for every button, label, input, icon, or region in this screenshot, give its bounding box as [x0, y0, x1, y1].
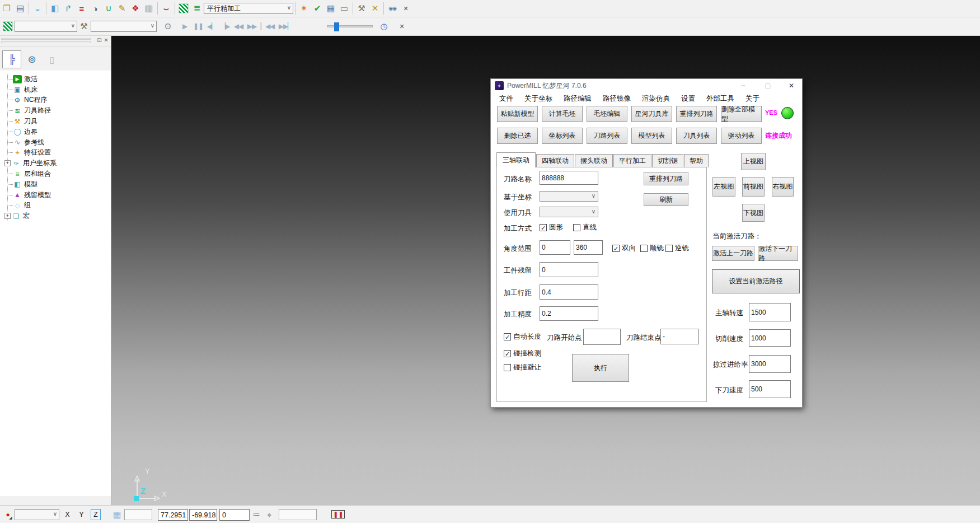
workplane-field[interactable]	[279, 509, 317, 520]
tab-explorer-recycle[interactable]: ▯	[43, 50, 62, 68]
tool-holder-icon[interactable]: ▥	[142, 2, 156, 15]
tree-item-toolpaths[interactable]: ≋刀具路径	[8, 105, 111, 116]
path-end-input[interactable]: -	[660, 329, 699, 344]
tab-tilt-head[interactable]: 摆头联动	[575, 154, 613, 167]
close-button[interactable]: ✕	[783, 79, 800, 92]
toolpath-list-button[interactable]: 刀路列表	[587, 128, 627, 144]
tab-explorer-world[interactable]: ⊚	[22, 50, 41, 68]
start-point-icon[interactable]: ◑	[88, 2, 102, 15]
activate-prev-button[interactable]: 激活上一刀路	[712, 246, 754, 261]
calc-block-button[interactable]: 计算毛坯	[542, 106, 583, 122]
simulation-tool-dropdown[interactable]: ∨	[91, 21, 157, 32]
tools-pair-icon[interactable]: ⚒	[355, 2, 368, 15]
menu-settings[interactable]: 设置	[676, 94, 701, 104]
angle-to-input[interactable]: 360	[574, 240, 603, 255]
edit-toolpath-icon[interactable]: ✎	[115, 2, 129, 15]
tree-item-groups[interactable]: ◇组	[8, 200, 111, 211]
tablet-pause-icon[interactable]: ❚❚	[331, 510, 345, 519]
checkbox-box[interactable]: ✓	[540, 224, 547, 231]
coord-list-button[interactable]: 坐标列表	[542, 128, 583, 144]
open-project-icon[interactable]: ❐	[0, 2, 13, 15]
verify-toolpath-icon[interactable]: ✔	[311, 2, 324, 15]
block-icon[interactable]: ◧	[48, 2, 62, 15]
go-to-end-icon[interactable]: ▶▶▏	[276, 20, 294, 33]
leads-links-icon[interactable]: ∪	[102, 2, 115, 15]
tree-item-models[interactable]: ◧模型	[8, 179, 111, 190]
execute-button[interactable]: 执行	[572, 354, 629, 382]
stepover-input[interactable]: 0.4	[540, 284, 598, 300]
workplane-locator-icon[interactable]: ⌖	[267, 510, 271, 520]
calculator-icon[interactable]: ▦	[324, 2, 337, 15]
menu-about[interactable]: 关于	[740, 94, 765, 104]
tab-explorer-tree[interactable]: ╠	[2, 50, 21, 68]
cross-arrows-icon[interactable]: ✕	[368, 2, 382, 15]
checkbox-box[interactable]	[640, 245, 648, 252]
xyz-list-icon[interactable]: ≔	[253, 510, 260, 519]
axis-x-button[interactable]: X	[63, 509, 72, 520]
delete-toolpath-icon[interactable]: ✶	[297, 2, 311, 15]
panel-pin-icon[interactable]: ⊡	[97, 37, 101, 43]
tree-item-activate[interactable]: ▶激活	[8, 74, 111, 85]
checkbox-box[interactable]	[504, 364, 511, 371]
delete-all-models-button[interactable]: 删除全部模型	[721, 106, 762, 122]
expand-icon[interactable]: +	[4, 213, 11, 219]
tool-library-button[interactable]: 星河刀具库	[631, 106, 672, 122]
toolpath-name-input[interactable]: 888888	[540, 171, 598, 185]
tree-item-tools[interactable]: ⚒刀具	[8, 116, 111, 127]
toolpath-logo-icon[interactable]	[177, 2, 190, 15]
use-tool-dropdown[interactable]: ∨	[540, 207, 598, 217]
panel-header[interactable]: ⊡ ✕	[0, 36, 111, 47]
circular-checkbox[interactable]: ✓ 圆形	[540, 223, 563, 232]
checkbox-box[interactable]: ✓	[612, 245, 620, 252]
spindle-speed-input[interactable]: 1500	[749, 303, 791, 321]
strategy-dropdown[interactable]: 平行精加工 ∨	[204, 3, 293, 14]
menu-render-sim[interactable]: 渲染仿真	[636, 94, 676, 104]
strategy-list-icon[interactable]: ≣	[190, 2, 204, 15]
collision-avoid-checkbox[interactable]: 碰撞避让	[504, 363, 541, 372]
menu-external-tools[interactable]: 外部工具	[701, 94, 740, 104]
cutting-feed-input[interactable]: 1000	[749, 329, 791, 347]
checkbox-box[interactable]: ✓	[504, 350, 511, 357]
maximize-button[interactable]: ▢	[759, 79, 776, 92]
auto-length-checkbox[interactable]: ✓ 自动长度	[504, 332, 541, 342]
highlight-bulb-icon[interactable]: ʘ	[161, 20, 175, 33]
tool-list-button[interactable]: 刀具列表	[676, 128, 717, 144]
arc-fit-icon[interactable]: ⌣	[160, 2, 173, 15]
angle-from-input[interactable]: 0	[540, 240, 570, 255]
based-coord-dropdown[interactable]: ∨	[540, 191, 598, 202]
expand-icon[interactable]: +	[4, 160, 11, 166]
tree-item-boundaries[interactable]: ◯边界	[8, 127, 111, 137]
view-right-button[interactable]: 右视图	[772, 177, 794, 197]
rewind-icon[interactable]: ◀◀	[232, 20, 245, 33]
set-active-path-button[interactable]: 设置当前激活路径	[712, 269, 800, 293]
go-to-start-icon[interactable]: ▏◀◀	[259, 20, 276, 33]
grid-snap-icon[interactable]: ▦	[111, 509, 123, 520]
checkbox-box[interactable]	[573, 224, 580, 231]
tree-item-levels-sets[interactable]: ≡层和组合	[8, 169, 111, 179]
delete-selected-button[interactable]: 删除已选	[497, 128, 538, 144]
axis-y-button[interactable]: Y	[77, 509, 86, 520]
tree-item-nc-programs[interactable]: ⚙NC程序	[8, 95, 111, 106]
pattern-points-icon[interactable]: ❖	[129, 2, 142, 15]
feed-rate-icon[interactable]: ↱	[62, 2, 75, 15]
axis-z-button[interactable]: Z	[91, 509, 101, 520]
tree-item-machine-tool[interactable]: ▣机床	[8, 85, 111, 95]
menu-file[interactable]: 文件	[494, 94, 519, 104]
tree-item-patterns[interactable]: ∿参考线	[8, 137, 111, 148]
model-list-button[interactable]: 模型列表	[631, 128, 672, 144]
tree-item-macros[interactable]: +❏宏	[8, 211, 111, 221]
path-start-input[interactable]	[583, 329, 621, 345]
fast-forward-icon[interactable]: ▶▶	[245, 20, 259, 33]
refresh-button[interactable]: 刷新	[644, 193, 688, 206]
conventional-mill-checkbox[interactable]: 逆铣	[665, 244, 689, 253]
tab-parallel[interactable]: 平行加工	[613, 154, 651, 167]
viewmill-cylinders-icon[interactable]: ◉◉	[386, 2, 399, 15]
menu-coordinates[interactable]: 关于坐标	[519, 94, 558, 104]
tolerance-input[interactable]: 0.2	[540, 306, 598, 321]
play-icon[interactable]: ▶	[178, 20, 191, 33]
toolbar-close-icon[interactable]: ✕	[395, 20, 409, 33]
line-checkbox[interactable]: 直线	[573, 223, 597, 232]
both-direction-checkbox[interactable]: ✓ 双向	[612, 244, 636, 253]
drive-list-button[interactable]: 驱动列表	[721, 128, 762, 144]
clock-icon[interactable]: ◷	[377, 20, 391, 33]
